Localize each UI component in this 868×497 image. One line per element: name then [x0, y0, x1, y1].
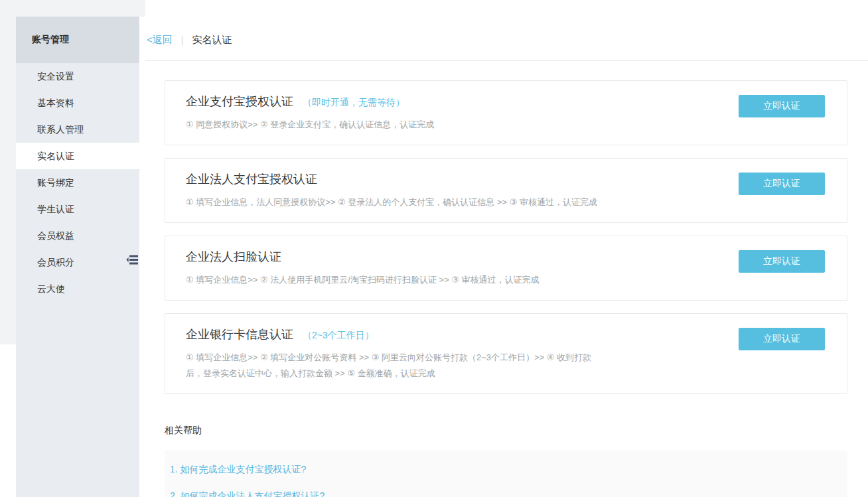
- card-description: ① 填写企业信息，法人同意授权协议>> ② 登录法人的个人支付宝，确认认证信息 …: [186, 194, 605, 210]
- sidebar-item-contacts-management[interactable]: 联系人管理: [16, 116, 139, 143]
- back-link[interactable]: <返回: [147, 34, 173, 46]
- sidebar-item-basic-profile[interactable]: 基本资料: [16, 90, 139, 116]
- page-top-band: [0, 0, 145, 17]
- card-title: 企业银行卡信息认证: [186, 328, 293, 341]
- account-sidebar: 账号管理 安全设置基本资料联系人管理实名认证账号绑定学生认证会员权益会员积分云大…: [16, 17, 139, 497]
- verify-now-button[interactable]: 立即认证: [739, 173, 825, 195]
- card-title: 企业支付宝授权认证: [186, 95, 293, 108]
- card-description: ① 填写企业信息>> ② 法人使用手机阿里云/淘宝扫码进行扫脸认证 >> ③ 审…: [186, 272, 605, 288]
- sidebar-title: 账号管理: [16, 17, 139, 63]
- sidebar-item-student-verification[interactable]: 学生认证: [16, 196, 139, 222]
- card-description: ① 填写企业信息>> ② 填写企业对公账号资料 >> ③ 阿里云向对公账号打款（…: [186, 350, 605, 382]
- main-content: 企业支付宝授权认证（即时开通，无需等待） ① 同意授权协议>> ② 登录企业支付…: [145, 61, 868, 497]
- sidebar-item-account-binding[interactable]: 账号绑定: [16, 169, 139, 196]
- verify-now-button[interactable]: 立即认证: [739, 95, 825, 117]
- main-panel: <返回 | 实名认证 企业支付宝授权认证（即时开通，无需等待） ① 同意授权协议…: [145, 0, 868, 497]
- help-link-2[interactable]: 2. 如何完成企业法人支付宝授权认证?: [170, 491, 834, 497]
- sidebar-item-real-name-verification[interactable]: 实名认证: [16, 143, 145, 169]
- card-description: ① 同意授权协议>> ② 登录企业支付宝，确认认证信息，认证完成: [186, 117, 605, 133]
- verification-card-list: 企业支付宝授权认证（即时开通，无需等待） ① 同意授权协议>> ② 登录企业支付…: [165, 80, 847, 394]
- related-help-title: 相关帮助: [165, 425, 847, 435]
- sidebar-menu: 安全设置基本资料联系人管理实名认证账号绑定学生认证会员权益会员积分云大使: [16, 63, 139, 302]
- related-help-box: 1. 如何完成企业支付宝授权认证?2. 如何完成企业法人支付宝授权认证?: [165, 451, 847, 497]
- sidebar-item-member-points[interactable]: 会员积分: [16, 249, 139, 275]
- breadcrumb-divider: |: [181, 35, 184, 46]
- sidebar-item-cloud-ambassador[interactable]: 云大使: [16, 275, 139, 302]
- card-title: 企业法人支付宝授权认证: [186, 173, 317, 186]
- card-badge: （2~3个工作日）: [303, 330, 374, 340]
- card-enterprise-bank-card-auth: 企业银行卡信息认证（2~3个工作日） ① 填写企业信息>> ② 填写企业对公账号…: [165, 313, 847, 394]
- page-title: 实名认证: [192, 34, 232, 46]
- verify-now-button[interactable]: 立即认证: [739, 250, 825, 273]
- collapse-sidebar-icon: [126, 255, 139, 265]
- sidebar-collapse-toggle[interactable]: [122, 243, 142, 276]
- sidebar-item-security-settings[interactable]: 安全设置: [16, 63, 139, 90]
- card-badge: （即时开通，无需等待）: [303, 97, 405, 107]
- card-title: 企业法人扫脸认证: [186, 250, 281, 263]
- verify-now-button[interactable]: 立即认证: [739, 328, 825, 350]
- breadcrumb: <返回 | 实名认证: [147, 34, 232, 46]
- page-left-band: [0, 0, 16, 344]
- main-header: <返回 | 实名认证: [145, 0, 868, 61]
- card-legal-person-face-auth: 企业法人扫脸认证 ① 填写企业信息>> ② 法人使用手机阿里云/淘宝扫码进行扫脸…: [165, 236, 847, 301]
- help-link-1[interactable]: 1. 如何完成企业支付宝授权认证?: [170, 464, 834, 474]
- sidebar-item-member-benefits[interactable]: 会员权益: [16, 222, 139, 249]
- card-enterprise-alipay-auth: 企业支付宝授权认证（即时开通，无需等待） ① 同意授权协议>> ② 登录企业支付…: [165, 80, 847, 145]
- card-legal-person-alipay-auth: 企业法人支付宝授权认证 ① 填写企业信息，法人同意授权协议>> ② 登录法人的个…: [165, 158, 847, 223]
